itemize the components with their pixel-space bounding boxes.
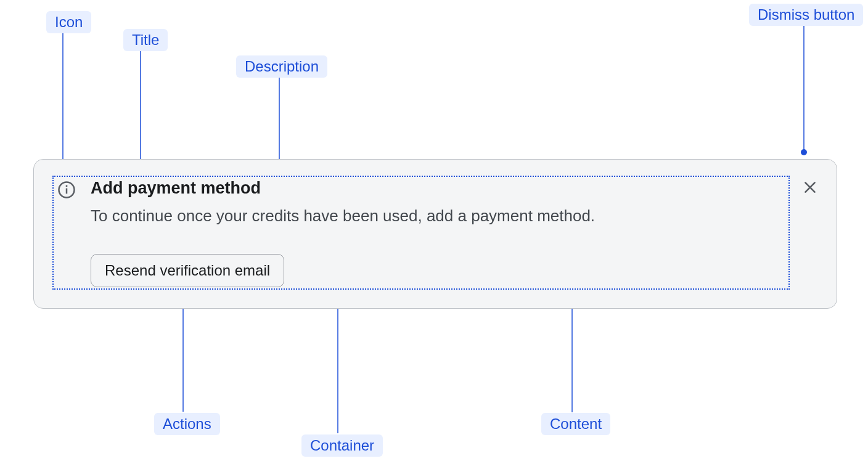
annotation-label-description: Description xyxy=(236,55,327,78)
svg-point-16 xyxy=(66,185,68,187)
annotation-label-actions: Actions xyxy=(154,413,220,435)
info-icon xyxy=(57,181,76,199)
annotation-label-dismiss: Dismiss button xyxy=(749,4,863,26)
annotation-label-content: Content xyxy=(541,413,610,435)
svg-point-7 xyxy=(801,149,807,155)
banner-content-area: Add payment method To continue once your… xyxy=(52,176,790,290)
banner-description: To continue once your credits have been … xyxy=(91,205,787,227)
annotation-label-title: Title xyxy=(123,29,168,51)
banner-title: Add payment method xyxy=(91,178,787,199)
annotation-label-container: Container xyxy=(301,434,383,457)
banner-text-block: Add payment method To continue once your… xyxy=(91,178,787,287)
banner-container: Add payment method To continue once your… xyxy=(33,159,837,309)
diagram-canvas: Icon Title Description Dismiss button Ac… xyxy=(0,0,868,461)
banner-actions: Resend verification email xyxy=(91,254,787,287)
resend-verification-button[interactable]: Resend verification email xyxy=(91,254,284,287)
annotation-label-icon: Icon xyxy=(46,11,91,33)
dismiss-button[interactable] xyxy=(802,179,818,195)
